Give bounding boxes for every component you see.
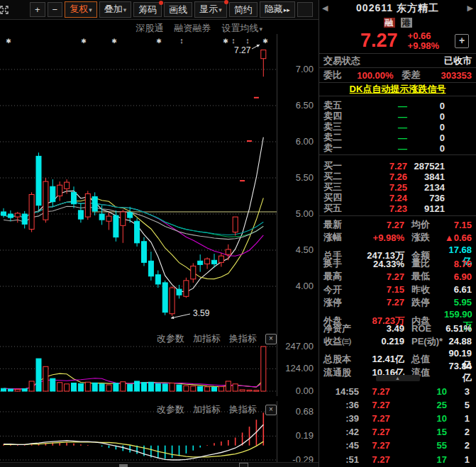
resize-handle[interactable] — [239, 463, 248, 467]
red-dot-badge — [224, 0, 228, 4]
zoom-out-button[interactable]: − — [48, 2, 63, 17]
weibi-label: 委比 — [323, 69, 342, 81]
hide-button[interactable]: 隐藏▸▸ — [260, 1, 295, 18]
ask-row: 卖四 — 0 — [319, 110, 476, 120]
axis-tick-label: 0.68 — [296, 406, 314, 417]
price-annotation: 3.59 — [193, 308, 210, 318]
stat-row: 总手 247.13万 金额 17.68亿 — [319, 244, 476, 257]
zoom-in-button[interactable]: + — [30, 2, 45, 17]
order-book-price: 7.24 — [356, 193, 407, 203]
order-book-volume: 9121 — [407, 203, 476, 214]
stock-badges: 融 港 — [319, 16, 476, 28]
bid-row: 买五 7.23 9121 — [319, 202, 476, 213]
trade-status-row: 交易状态 已收市 — [319, 54, 476, 67]
scrollbar-thumb[interactable] — [119, 464, 128, 467]
order-book-price: — — [356, 111, 407, 122]
red-dot-badge — [159, 1, 163, 5]
stat-label: 昨收 — [404, 283, 444, 296]
stat-value: 0.219 — [360, 336, 404, 347]
status-value: 已收市 — [444, 55, 472, 67]
stat-label: 换手 — [323, 257, 360, 270]
trade-time: :45 — [323, 440, 359, 451]
collapse-arrow-icon: ▲ — [395, 376, 400, 381]
trade-row: 14:55 7.27 10 3 — [319, 385, 476, 398]
expand-icon — [0, 6, 9, 14]
order-book-volume: 0 — [407, 101, 476, 111]
stat-row: 换手 24.33% 量比 8.76 — [319, 257, 476, 270]
stat-label: 收益㈢ — [323, 335, 360, 348]
add-indicator-link[interactable]: 加指标 — [193, 332, 221, 345]
add-to-watchlist-button[interactable]: + — [455, 34, 469, 48]
display-button[interactable]: 显示▾ — [194, 1, 227, 18]
switch-indicator-link[interactable]: 换指标 — [229, 332, 257, 345]
stat-value: 73.84亿 — [444, 361, 476, 384]
order-book-price: — — [356, 122, 407, 133]
prev-stock-arrow[interactable]: ◀ — [322, 4, 328, 13]
stat-label: PE(动)* — [404, 335, 444, 348]
next-stock-arrow[interactable]: ▶ — [467, 4, 473, 13]
trade-count: 1 — [447, 413, 476, 424]
stat-value: 7.27 — [360, 220, 404, 230]
shenzhen-connect-link[interactable]: 深股通 — [135, 22, 163, 35]
stat-value: ▲0.66 — [444, 232, 476, 243]
stat-value: 6.90 — [444, 271, 476, 282]
trade-price: 7.27 — [359, 440, 403, 451]
close-panel-button[interactable]: × — [265, 405, 277, 415]
ask-levels: 卖五 — 0 卖四 — 0 卖三 — 0 卖二 — 0 卖一 — 0 — [319, 96, 476, 152]
stat-value: 6.61 — [444, 284, 476, 295]
stat-label: 量比 — [404, 257, 444, 270]
stat-row: 最高 7.27 最低 6.90 — [319, 270, 476, 283]
stock-title: 002611 东方精工 — [356, 2, 439, 15]
trade-price: 7.27 — [359, 400, 403, 410]
axis-tick-label: 7.00 — [296, 64, 314, 74]
switch-indicator-link[interactable]: 换指标 — [229, 403, 257, 416]
stat-label: 跌停 — [404, 296, 444, 309]
candlestick-chart[interactable]: 7.006.506.005.505.004.504.00✱✱✱✱↕✱↕↕✱7.2… — [0, 34, 319, 330]
change-params-link[interactable]: 改参数 — [157, 332, 184, 345]
margin-trading-link[interactable]: 融资融券 — [174, 22, 211, 35]
ask-row: 卖三 — 0 — [319, 120, 476, 131]
stat-label: 今开 — [323, 283, 360, 296]
trade-volume: 15 — [403, 427, 447, 437]
order-book-price: 7.27 — [356, 161, 407, 171]
weibi-row: 委比 100.00% 委差 303353 — [319, 68, 476, 82]
event-star-icon: ✱ — [223, 38, 228, 45]
draw-line-button[interactable]: 画线 — [164, 2, 192, 17]
axis-tick-label: 247.00 — [285, 341, 314, 351]
chips-button[interactable]: 筹码 — [133, 2, 162, 17]
order-book-price: 7.25 — [356, 182, 407, 193]
trade-count: 1 — [447, 454, 476, 465]
ma-settings-link[interactable]: 设置均线▾ — [221, 22, 262, 35]
stat-value: 24.88 — [444, 336, 476, 347]
event-star-icon: ✱ — [81, 38, 87, 45]
close-panel-button[interactable]: × — [265, 334, 277, 344]
fullscreen-button[interactable] — [297, 2, 313, 17]
bid-row: 买三 7.25 2134 — [319, 181, 476, 191]
order-book-volume: 287521 — [407, 161, 476, 171]
dk-signal-link[interactable]: DK点自动提示涨跌信号 — [350, 84, 446, 94]
add-indicator-link[interactable]: 加指标 — [193, 403, 221, 416]
simple-mode-button[interactable]: 简约 — [229, 2, 258, 17]
chevron-down-icon: ▾ — [218, 6, 222, 13]
stat-label: 均价 — [404, 218, 444, 231]
order-book-price: 7.26 — [356, 171, 407, 182]
adjust-price-button[interactable]: 复权▾ — [65, 1, 97, 18]
stat-row: 涨幅 +9.98% 涨跌 ▲0.66 — [319, 231, 476, 244]
stat-value: 12.41亿 — [360, 353, 404, 366]
macd-panel-links: 改参数加指标换指标× — [0, 403, 277, 416]
volume-panel-links: 改参数加指标换指标× — [0, 332, 277, 345]
change-params-link[interactable]: 改参数 — [157, 403, 184, 416]
event-arrows-icon: ↕ — [231, 36, 236, 45]
trade-row: :36 7.27 25 5 — [319, 398, 476, 412]
stock-name: 东方精工 — [397, 2, 439, 13]
stat-row: 最新 7.27 均价 7.15 — [319, 218, 476, 231]
trade-time: 14:55 — [323, 386, 359, 397]
trade-volume: 10 — [403, 386, 447, 397]
trade-count: 2 — [447, 440, 476, 451]
overlay-button[interactable]: 叠加▾ — [99, 1, 132, 18]
price-change: +0.66 — [408, 31, 439, 41]
bottom-scrollbar[interactable] — [0, 462, 319, 467]
stat-row: 今开 7.15 昨收 6.61 — [319, 283, 476, 296]
stat-label: 净资产 — [323, 322, 360, 335]
trade-count: 2 — [447, 427, 476, 437]
